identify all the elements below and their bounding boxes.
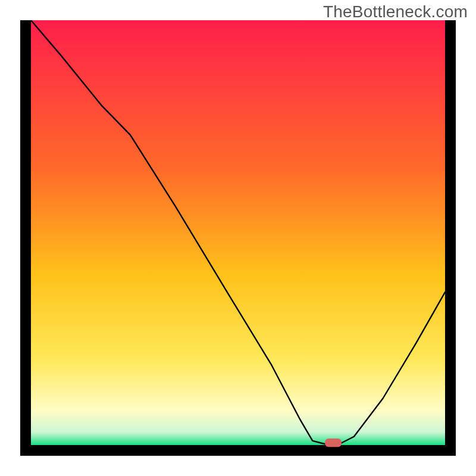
watermark-text: TheBottleneck.com xyxy=(323,2,468,21)
chart-frame: TheBottleneck.com xyxy=(0,0,476,476)
bottleneck-chart xyxy=(20,20,456,456)
optimum-marker xyxy=(325,439,342,447)
plot-area xyxy=(31,20,445,445)
